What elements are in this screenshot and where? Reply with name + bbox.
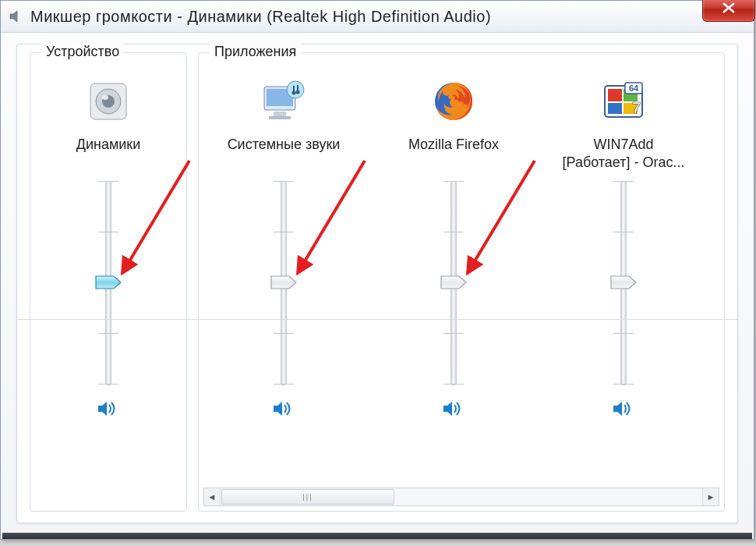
slider-thumb[interactable] [440, 275, 467, 289]
device-mute-button[interactable] [90, 395, 126, 426]
app-label: Системные звуки [223, 136, 345, 175]
virtualbox-icon[interactable]: 64 7 [599, 76, 648, 126]
annotation-arrow [111, 156, 197, 289]
speaker-unmuted-icon [272, 399, 295, 422]
firefox-icon[interactable] [429, 76, 479, 126]
device-legend: Устройство [41, 44, 124, 60]
svg-point-13 [287, 81, 304, 98]
svg-line-17 [298, 161, 365, 273]
slider-thumb[interactable] [95, 275, 122, 289]
app-volume-slider[interactable] [600, 181, 647, 384]
svg-point-14 [292, 91, 296, 95]
app-label: WIN7Add [Работает] - Orac... [557, 136, 689, 175]
svg-point-15 [296, 90, 300, 94]
app-column-system-sounds: Системные звуки [199, 72, 369, 484]
svg-point-5 [102, 95, 108, 100]
svg-text:64: 64 [629, 83, 639, 93]
slider-thumb[interactable] [610, 275, 637, 289]
speaker-unmuted-icon [612, 399, 635, 422]
speaker-unmuted-icon [97, 399, 120, 422]
scroll-right-button[interactable]: ► [702, 488, 719, 505]
close-icon [722, 1, 736, 17]
speaker-unmuted-icon [442, 399, 465, 422]
svg-rect-12 [269, 116, 291, 119]
annotation-arrow [457, 156, 542, 289]
svg-rect-24 [608, 89, 622, 101]
annotation-arrow [287, 156, 373, 289]
svg-marker-16 [271, 276, 296, 289]
svg-marker-31 [611, 276, 636, 289]
app-mute-button[interactable] [266, 395, 302, 426]
svg-marker-32 [613, 402, 622, 416]
device-groupbox: Устройство Динамики [30, 52, 187, 512]
svg-marker-8 [98, 402, 107, 416]
mixer-content: Устройство Динамики [16, 44, 738, 523]
horizontal-scrollbar[interactable]: ◄ ||| ► [203, 488, 719, 506]
titlebar[interactable]: Микшер громкости - Динамики (Realtek Hig… [1, 1, 754, 33]
svg-marker-6 [96, 276, 121, 289]
device-label: Динамики [72, 136, 146, 175]
app-label: Mozilla Firefox [404, 136, 503, 175]
svg-marker-18 [274, 402, 282, 416]
device-volume-slider[interactable] [85, 181, 132, 384]
svg-marker-1 [10, 11, 17, 22]
applications-legend: Приложения [210, 44, 301, 60]
app-volume-slider[interactable] [430, 181, 477, 384]
svg-line-21 [468, 161, 535, 273]
device-column: Динамики [30, 72, 186, 426]
applications-groupbox: Приложения [198, 52, 725, 512]
app-mute-button[interactable] [436, 395, 472, 426]
master-level-line [17, 319, 737, 320]
svg-rect-11 [274, 112, 286, 116]
close-button[interactable] [702, 0, 755, 22]
app-volume-slider[interactable] [260, 181, 307, 384]
svg-line-7 [122, 161, 189, 273]
svg-marker-20 [441, 276, 466, 289]
app-column-firefox: Mozilla Firefox [369, 72, 539, 484]
app-column-win7add: 64 7 WIN7Add [Работает] - Orac... [539, 72, 708, 484]
chevron-right-icon: ► [707, 492, 715, 502]
system-sounds-icon[interactable] [259, 76, 309, 126]
chevron-left-icon: ◄ [208, 492, 217, 502]
volume-mixer-window: Микшер громкости - Динамики (Realtek Hig… [0, 0, 754, 540]
svg-marker-22 [443, 402, 452, 416]
scroll-left-button[interactable]: ◄ [204, 488, 221, 505]
speaker-icon [9, 9, 24, 24]
window-title: Микшер громкости - Динамики (Realtek Hig… [30, 8, 491, 26]
slider-thumb[interactable] [270, 275, 297, 289]
speaker-device-icon[interactable] [83, 76, 133, 126]
scrollbar-thumb[interactable]: ||| [221, 489, 394, 505]
svg-text:7: 7 [632, 99, 641, 116]
taskbar-edge [2, 533, 752, 539]
app-mute-button[interactable] [606, 395, 641, 426]
svg-rect-26 [608, 103, 622, 114]
